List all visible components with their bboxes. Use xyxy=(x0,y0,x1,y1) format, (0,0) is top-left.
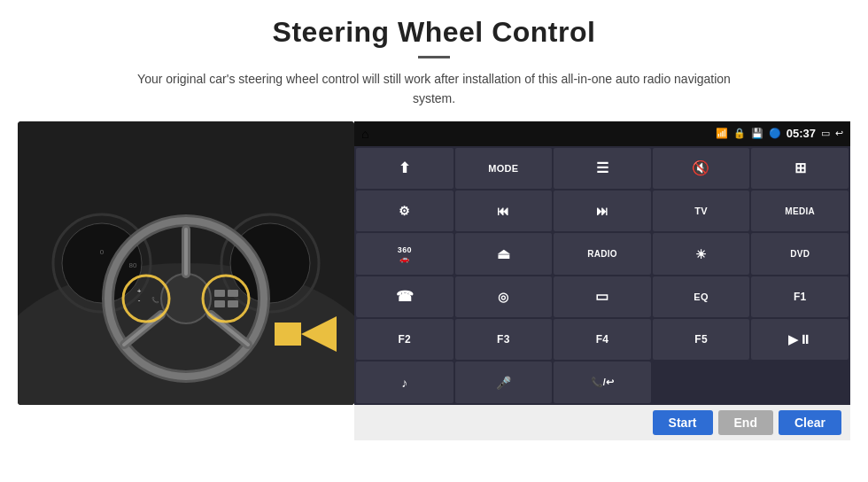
svg-text:80: 80 xyxy=(129,261,137,269)
start-button[interactable]: Start xyxy=(653,410,713,435)
svg-rect-27 xyxy=(275,323,301,346)
clear-button[interactable]: Clear xyxy=(779,410,841,435)
wifi-icon: 📶 xyxy=(716,128,728,139)
ui-panel: ⌂ 📶 🔒 💾 🔵 05:37 ▭ ↩ xyxy=(354,121,850,405)
btn-radio[interactable]: RADIO xyxy=(554,233,651,274)
btn-eject[interactable]: ⏏ xyxy=(455,233,553,274)
back-icon: ↩ xyxy=(835,128,843,139)
car-image-container: 0 80 xyxy=(18,121,354,405)
btn-phone[interactable]: ☎ xyxy=(356,276,453,317)
svg-rect-22 xyxy=(214,290,225,297)
end-button[interactable]: End xyxy=(718,410,773,435)
btn-nav[interactable]: ◎ xyxy=(455,276,553,317)
car-steering-svg: 0 80 xyxy=(18,121,354,405)
btn-f4[interactable]: F4 xyxy=(554,319,651,360)
btn-brightness[interactable]: ☀ xyxy=(653,233,750,274)
btn-playpause[interactable]: ▶⏸ xyxy=(751,319,849,360)
btn-media[interactable]: MEDIA xyxy=(751,190,849,231)
btn-empty1 xyxy=(653,362,750,402)
page-wrapper: Steering Wheel Control Your original car… xyxy=(0,0,868,482)
grid-area: ⬆ MODE ☰ 🔇 ⊞ ⚙ ⏮ ⏭ TV MEDIA 360 xyxy=(354,146,850,405)
bluetooth-icon: 🔵 xyxy=(769,128,781,139)
btn-tv[interactable]: TV xyxy=(653,190,750,231)
panel-inner: ⌂ 📶 🔒 💾 🔵 05:37 ▭ ↩ xyxy=(354,121,850,405)
btn-dvd[interactable]: DVD xyxy=(751,233,849,274)
svg-rect-23 xyxy=(228,290,238,297)
cast-icon: ▭ xyxy=(821,128,830,139)
btn-prev[interactable]: ⏮ xyxy=(455,190,553,231)
svg-text:0: 0 xyxy=(100,248,105,256)
btn-f5[interactable]: F5 xyxy=(653,319,750,360)
home-icon: ⌂ xyxy=(361,127,368,141)
btn-mute[interactable]: 🔇 xyxy=(653,148,750,189)
btn-next[interactable]: ⏭ xyxy=(554,190,651,231)
sd-icon: 💾 xyxy=(751,128,763,139)
btn-music[interactable]: ♪ xyxy=(356,362,453,402)
svg-rect-25 xyxy=(228,300,238,307)
btn-settings[interactable]: ⚙ xyxy=(356,190,453,231)
title-section: Steering Wheel Control Your original car… xyxy=(18,16,850,121)
svg-text:-: - xyxy=(138,296,141,304)
lock-icon: 🔒 xyxy=(733,128,746,139)
panel-wrapper: ⌂ 📶 🔒 💾 🔵 05:37 ▭ ↩ xyxy=(354,121,850,440)
btn-eq[interactable]: EQ xyxy=(653,276,750,317)
status-time: 05:37 xyxy=(787,127,816,140)
btn-mode[interactable]: MODE xyxy=(455,148,553,189)
content-row: 0 80 xyxy=(18,121,850,440)
btn-empty2 xyxy=(751,362,849,402)
status-bar: ⌂ 📶 🔒 💾 🔵 05:37 ▭ ↩ xyxy=(354,121,850,146)
btn-f2[interactable]: F2 xyxy=(356,319,453,360)
btn-apps[interactable]: ⊞ xyxy=(751,148,849,189)
btn-360[interactable]: 360 🚗 xyxy=(356,233,453,274)
subtitle-text: Your original car's steering wheel contr… xyxy=(133,69,735,109)
btn-f3[interactable]: F3 xyxy=(455,319,553,360)
svg-text:+: + xyxy=(137,287,142,295)
car-image-bg: 0 80 xyxy=(18,121,354,405)
svg-point-7 xyxy=(230,223,310,303)
svg-text:📞: 📞 xyxy=(151,296,159,304)
btn-screen[interactable]: ▭ xyxy=(554,276,651,317)
btn-nav-up[interactable]: ⬆ xyxy=(356,148,453,189)
btn-f1[interactable]: F1 xyxy=(751,276,849,317)
status-right: 📶 🔒 💾 🔵 05:37 ▭ ↩ xyxy=(716,127,843,140)
svg-rect-24 xyxy=(214,300,225,307)
page-title: Steering Wheel Control xyxy=(18,16,850,49)
btn-mic[interactable]: 🎤 xyxy=(455,362,553,402)
btn-call[interactable]: 📞/↩ xyxy=(554,362,651,402)
action-bar: Start End Clear xyxy=(354,405,850,440)
title-divider xyxy=(418,56,450,58)
btn-list[interactable]: ☰ xyxy=(554,148,651,189)
